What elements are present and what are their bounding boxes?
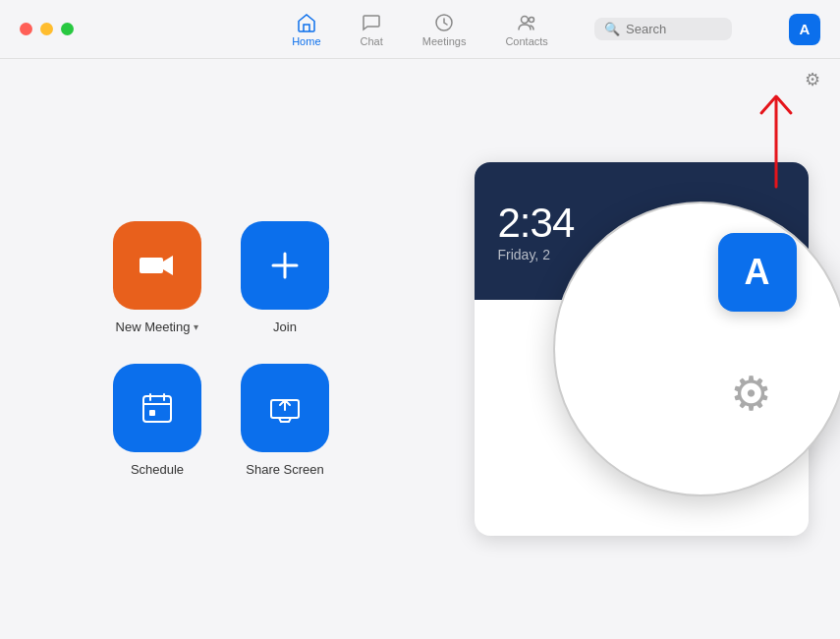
main-content: New Meeting ▾ Join (0, 59, 840, 639)
new-meeting-item[interactable]: New Meeting ▾ (113, 221, 201, 334)
join-button[interactable] (241, 221, 329, 310)
titlebar: Home Chat Meetings (0, 0, 840, 59)
svg-rect-3 (143, 396, 171, 422)
svg-point-1 (522, 16, 529, 23)
right-panel: 2:34 Friday, 2 No upcoming meetings A ⚙ (442, 59, 840, 639)
tab-contacts[interactable]: Contacts (505, 12, 547, 47)
maximize-button[interactable] (61, 23, 74, 35)
svg-rect-4 (149, 410, 155, 416)
calendar-icon (136, 386, 179, 430)
new-meeting-button[interactable] (113, 221, 201, 310)
red-arrow (707, 79, 806, 197)
meeting-date: Friday, 2 (498, 247, 550, 262)
schedule-item[interactable]: Schedule (113, 364, 201, 477)
search-bar[interactable]: 🔍 (594, 18, 732, 40)
svg-point-2 (530, 17, 534, 22)
action-grid: New Meeting ▾ Join (113, 221, 329, 477)
close-button[interactable] (20, 23, 32, 35)
join-item[interactable]: Join (241, 221, 329, 334)
home-icon (296, 12, 317, 33)
tab-chat[interactable]: Chat (361, 12, 383, 47)
traffic-lights (20, 23, 74, 35)
video-camera-icon (136, 244, 179, 287)
chat-icon (361, 12, 382, 33)
left-panel: New Meeting ▾ Join (0, 59, 442, 639)
home-label: Home (292, 35, 320, 47)
settings-button[interactable]: ⚙ (805, 69, 820, 90)
search-input[interactable] (626, 22, 722, 36)
plus-icon (263, 244, 307, 287)
user-avatar[interactable]: A (789, 14, 820, 45)
share-screen-item[interactable]: Share Screen (241, 364, 329, 477)
zoom-inner: A ⚙ (555, 203, 841, 494)
tab-meetings[interactable]: Meetings (422, 12, 467, 47)
share-screen-button[interactable] (241, 364, 329, 452)
meetings-icon (433, 12, 455, 33)
arrow-icon (707, 79, 806, 197)
share-screen-label: Share Screen (246, 462, 324, 477)
contacts-icon (516, 12, 537, 33)
chat-label: Chat (361, 35, 383, 47)
zoom-avatar: A (718, 233, 797, 312)
schedule-label: Schedule (131, 462, 184, 477)
meetings-label: Meetings (422, 35, 467, 47)
minimize-button[interactable] (40, 23, 53, 35)
upload-icon (263, 386, 307, 430)
search-icon: 🔍 (604, 22, 620, 36)
zoom-overlay: A ⚙ (553, 202, 841, 496)
zoom-gear-icon: ⚙ (730, 366, 772, 421)
tab-home[interactable]: Home (292, 12, 320, 47)
schedule-button[interactable] (113, 364, 201, 452)
join-label: Join (273, 320, 297, 334)
contacts-label: Contacts (505, 35, 547, 47)
new-meeting-label: New Meeting ▾ (116, 320, 199, 334)
chevron-down-icon: ▾ (194, 321, 198, 332)
